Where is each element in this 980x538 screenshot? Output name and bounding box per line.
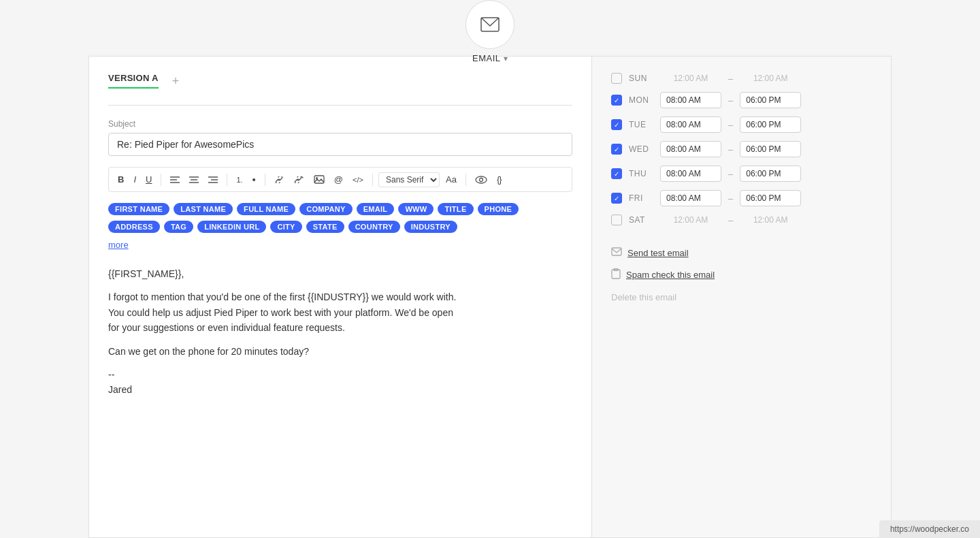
tag-title[interactable]: TITLE	[438, 203, 473, 215]
svg-point-13	[476, 176, 487, 183]
font-size-button[interactable]: Aa	[442, 172, 460, 187]
email-label: EMAIL	[472, 53, 501, 63]
add-version-button[interactable]: +	[169, 75, 182, 87]
wed-start-input[interactable]	[660, 141, 721, 157]
tue-checkbox[interactable]	[611, 119, 622, 130]
fri-label: FRI	[629, 193, 653, 203]
tag-country[interactable]: COUNTRY	[348, 221, 400, 233]
toolbar-sep-2	[227, 174, 227, 186]
clipboard-icon	[611, 268, 621, 279]
tag-phone[interactable]: PHONE	[478, 203, 519, 215]
tue-start-input[interactable]	[660, 116, 721, 133]
link-button[interactable]	[271, 174, 287, 185]
tag-city[interactable]: CITY	[270, 221, 301, 233]
signature-name: Jared	[108, 384, 132, 395]
font-family-select[interactable]: Sans Serif	[378, 172, 440, 187]
tag-industry[interactable]: INDUSTRY	[404, 221, 457, 233]
delete-link[interactable]: Delete this email	[611, 292, 676, 302]
tue-end-input[interactable]	[740, 116, 801, 133]
tag-full-name[interactable]: FULL NAME	[237, 203, 295, 215]
unlink-button[interactable]	[290, 174, 308, 185]
thu-end-input[interactable]	[740, 165, 801, 182]
mon-end-input[interactable]	[740, 92, 801, 108]
sat-checkbox[interactable]	[611, 215, 622, 225]
thu-label: THU	[629, 169, 653, 178]
thu-checkbox[interactable]	[611, 168, 622, 179]
mon-start-input[interactable]	[660, 92, 721, 108]
subject-label: Subject	[108, 119, 572, 129]
image-button[interactable]	[310, 173, 328, 186]
schedule-row-mon: MON –	[611, 92, 872, 108]
svg-rect-11	[314, 176, 324, 183]
ordered-list-button[interactable]: 1.	[233, 174, 246, 186]
mention-button[interactable]: @	[331, 172, 346, 187]
subject-input[interactable]	[108, 133, 572, 156]
signature-dash: --	[108, 369, 114, 380]
preview-button[interactable]	[472, 174, 491, 186]
email-line-1: {{FIRST_NAME}},	[108, 266, 572, 281]
version-a-tab[interactable]: VERSION A	[108, 73, 159, 89]
tag-tag[interactable]: TAG	[164, 221, 193, 233]
tag-email[interactable]: EMAIL	[357, 203, 395, 215]
align-center-button[interactable]	[186, 174, 202, 186]
tag-address[interactable]: ADDRESS	[108, 221, 160, 233]
sat-end: 12:00 AM	[740, 215, 801, 225]
schedule-row-fri: FRI –	[611, 190, 872, 206]
tag-state[interactable]: STATE	[306, 221, 344, 233]
spam-check-link[interactable]: Spam check this email	[626, 270, 715, 280]
tag-last-name[interactable]: LAST NAME	[174, 203, 233, 215]
url-bar: https://woodpecker.co	[879, 520, 980, 538]
sun-sep: –	[728, 74, 733, 84]
italic-button[interactable]: I	[130, 172, 140, 187]
align-left-icon	[170, 176, 180, 184]
send-test-link[interactable]: Send test email	[627, 248, 689, 258]
sun-checkbox[interactable]	[611, 73, 622, 84]
sun-start: 12:00 AM	[660, 74, 721, 83]
fri-start-input[interactable]	[660, 190, 721, 206]
align-right-button[interactable]	[205, 174, 221, 186]
email-body: {{FIRST_NAME}}, I forgot to mention that…	[108, 264, 572, 409]
align-left-button[interactable]	[167, 174, 183, 186]
tue-sep: –	[728, 120, 733, 130]
email-line-3: You could help us adjust Pied Piper to w…	[108, 307, 453, 318]
sun-label: SUN	[629, 74, 653, 83]
svg-point-12	[316, 177, 318, 179]
more-tags-link[interactable]: more	[108, 240, 129, 250]
left-panel: VERSION A + Subject B I U	[88, 56, 592, 538]
tag-www[interactable]: WWW	[398, 203, 434, 215]
spam-check-row[interactable]: Spam check this email	[611, 268, 872, 281]
mon-sep: –	[728, 95, 733, 106]
unordered-list-button[interactable]: •	[249, 172, 259, 187]
tags-row-2: ADDRESS TAG LINKEDIN URL CITY STATE COUN…	[108, 221, 572, 233]
fri-end-input[interactable]	[740, 190, 801, 206]
toolbar-sep-3	[265, 174, 265, 186]
wed-checkbox[interactable]	[611, 144, 622, 155]
align-center-icon	[189, 176, 199, 184]
tag-first-name[interactable]: FIRST NAME	[108, 203, 169, 215]
envelope-icon	[611, 247, 622, 257]
email-line-6: Can we get on the phone for 20 minutes t…	[108, 344, 572, 359]
underline-button[interactable]: U	[142, 172, 155, 187]
wed-label: WED	[629, 144, 653, 154]
tags-row-1: FIRST NAME LAST NAME FULL NAME COMPANY E…	[108, 203, 572, 215]
toggle-button[interactable]: {}	[493, 172, 505, 187]
tag-linkedin-url[interactable]: LINKEDIN URL	[197, 221, 266, 233]
mon-checkbox[interactable]	[611, 95, 622, 106]
email-label-row: EMAIL ▾	[472, 53, 508, 63]
bold-button[interactable]: B	[114, 172, 127, 187]
email-line-2: I forgot to mention that you'd be one of…	[108, 291, 456, 302]
sun-end: 12:00 AM	[740, 74, 801, 83]
schedule-row-sat: SAT 12:00 AM – 12:00 AM	[611, 215, 872, 225]
chevron-down-icon[interactable]: ▾	[504, 54, 508, 63]
send-test-row[interactable]: Send test email	[611, 247, 872, 259]
tag-company[interactable]: COMPANY	[299, 203, 353, 215]
thu-start-input[interactable]	[660, 165, 721, 182]
divider-line	[108, 105, 572, 106]
email-line-4: for your suggestions or even individual …	[108, 322, 345, 333]
code-button[interactable]: </>	[349, 174, 367, 186]
email-icon-header: EMAIL ▾	[466, 0, 514, 63]
delete-row[interactable]: Delete this email	[611, 291, 872, 303]
wed-end-input[interactable]	[740, 141, 801, 157]
fri-checkbox[interactable]	[611, 193, 622, 204]
toolbar-sep-1	[161, 174, 161, 186]
